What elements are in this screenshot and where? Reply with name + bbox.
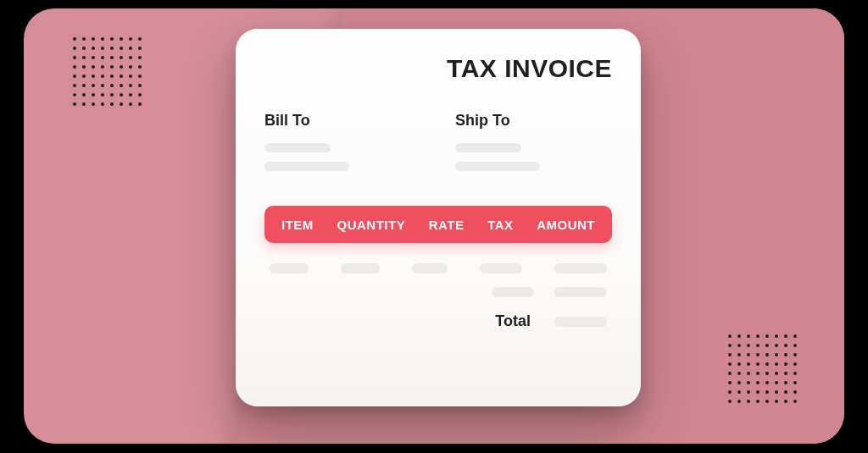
address-row: Bill To Ship To [264, 112, 612, 180]
cell-item-placeholder [270, 263, 309, 273]
items-header-bar: ITEM QUANTITY RATE TAX AMOUNT [264, 206, 612, 243]
col-amount: AMOUNT [537, 218, 595, 232]
col-item: ITEM [281, 218, 314, 232]
ship-to-label: Ship To [455, 112, 612, 130]
ship-to-placeholder-line [455, 143, 521, 152]
cell-amount-placeholder [554, 263, 607, 273]
cell-quantity-placeholder [341, 263, 380, 273]
col-quantity: QUANTITY [337, 218, 405, 232]
bill-to-placeholder-line [264, 162, 349, 171]
bill-to-label: Bill To [264, 112, 421, 130]
total-row: Total [264, 312, 612, 330]
line-item-row [264, 263, 612, 273]
subtotal-label-placeholder [492, 287, 534, 297]
col-tax: TAX [487, 218, 513, 232]
col-rate: RATE [429, 218, 465, 232]
invoice-card: TAX INVOICE Bill To Ship To ITEM QUANTIT… [236, 29, 641, 406]
bill-to-placeholder-line [264, 143, 331, 152]
background-frame: TAX INVOICE Bill To Ship To ITEM QUANTIT… [24, 8, 844, 444]
dots-decoration-bottom-right [728, 334, 797, 403]
subtotal-row [264, 287, 612, 297]
bill-to-column: Bill To [264, 112, 421, 180]
ship-to-column: Ship To [455, 112, 612, 180]
total-value-placeholder [554, 317, 607, 327]
cell-rate-placeholder [412, 263, 448, 273]
total-label: Total [495, 312, 531, 330]
cell-tax-placeholder [480, 263, 522, 273]
dots-decoration-top-left [73, 37, 142, 106]
subtotal-value-placeholder [554, 287, 607, 297]
invoice-title: TAX INVOICE [264, 54, 612, 83]
ship-to-placeholder-line [455, 162, 540, 171]
